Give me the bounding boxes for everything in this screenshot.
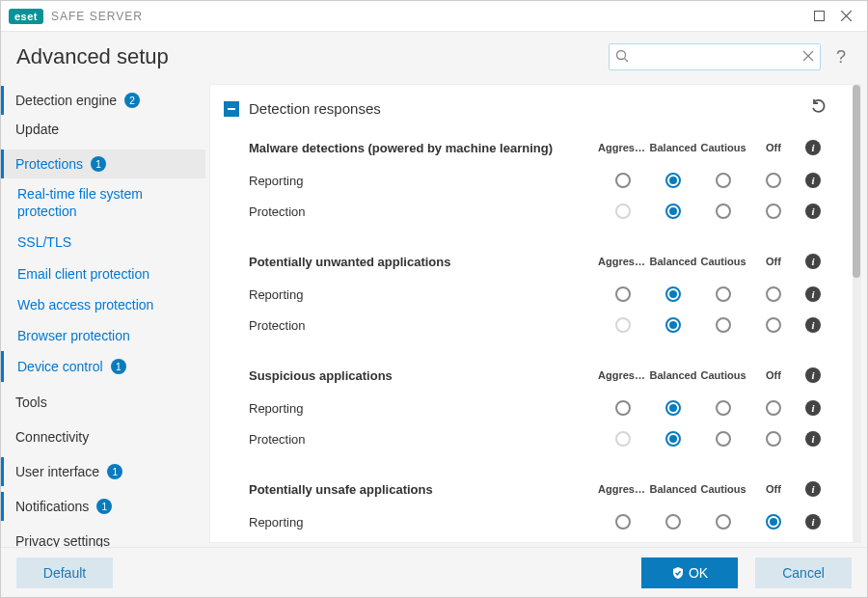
- group-title: Suspicious applications: [249, 368, 598, 383]
- row-label: Protection: [249, 204, 598, 219]
- footer: Default OK Cancel: [1, 547, 867, 597]
- sidebar-item-label: User interface: [15, 464, 99, 479]
- column-label: Balanced: [648, 369, 698, 381]
- window-close-button[interactable]: [832, 3, 859, 30]
- radio-option[interactable]: [698, 173, 748, 188]
- sidebar-item-label: Device control: [17, 358, 103, 375]
- radio-option[interactable]: [648, 317, 698, 333]
- radio-option[interactable]: [648, 431, 698, 447]
- column-label: Off: [748, 369, 799, 381]
- svg-line-2: [625, 58, 629, 62]
- radio-option[interactable]: [698, 317, 748, 333]
- column-label: Off: [748, 483, 799, 495]
- content-scroll[interactable]: Detection responses Malware detections (…: [210, 85, 853, 542]
- radio-option[interactable]: [698, 204, 748, 219]
- radio-option[interactable]: [648, 204, 698, 219]
- radio-option[interactable]: [748, 317, 799, 333]
- shield-icon: [671, 566, 685, 580]
- scrollbar-thumb[interactable]: [853, 85, 860, 278]
- info-icon[interactable]: i: [799, 317, 827, 333]
- sidebar-item-label: Real-time file system protection: [17, 185, 192, 220]
- sidebar-item-real-time-file-system-protection[interactable]: Real-time file system protection: [1, 178, 205, 227]
- collapse-toggle[interactable]: [224, 101, 239, 117]
- sidebar-item-connectivity[interactable]: Connectivity: [1, 422, 205, 451]
- row-label: Reporting: [249, 515, 598, 530]
- setting-row: Reportingi: [249, 506, 827, 537]
- info-icon[interactable]: i: [799, 173, 827, 188]
- default-button[interactable]: Default: [16, 557, 113, 588]
- search-input[interactable]: [629, 49, 802, 66]
- radio-option[interactable]: [748, 286, 799, 302]
- info-icon[interactable]: i: [799, 514, 827, 530]
- radio-option: [598, 317, 648, 333]
- sidebar-item-label: Email client protection: [17, 265, 149, 283]
- sidebar-item-browser-protection[interactable]: Browser protection: [1, 320, 205, 351]
- radio-option[interactable]: [648, 400, 698, 416]
- radio-option[interactable]: [698, 286, 748, 302]
- info-icon[interactable]: i: [799, 367, 827, 383]
- radio-option[interactable]: [648, 286, 698, 302]
- window-maximize-button[interactable]: [805, 3, 832, 30]
- info-icon[interactable]: i: [799, 140, 827, 155]
- radio-option[interactable]: [648, 514, 698, 530]
- info-icon[interactable]: i: [799, 204, 827, 219]
- info-icon[interactable]: i: [799, 286, 827, 302]
- radio-option[interactable]: [748, 400, 799, 416]
- column-label: Aggress...: [598, 483, 648, 495]
- setting-row: Reportingi: [249, 165, 827, 196]
- titlebar: eset SAFE SERVER: [1, 1, 867, 32]
- setting-row: Reportingi: [249, 393, 827, 423]
- row-label: Reporting: [249, 401, 598, 416]
- search-field-wrapper: [609, 43, 821, 70]
- radio-option[interactable]: [648, 173, 698, 188]
- sidebar-item-device-control[interactable]: Device control1: [1, 351, 205, 382]
- scrollbar[interactable]: [853, 85, 860, 542]
- column-label: Aggress...: [598, 369, 648, 381]
- radio-option[interactable]: [598, 173, 648, 188]
- sidebar-badge: 1: [111, 359, 126, 374]
- search-clear-icon[interactable]: [802, 50, 814, 65]
- cancel-button[interactable]: Cancel: [755, 557, 852, 588]
- sidebar-badge: 1: [91, 156, 106, 172]
- sidebar-item-update[interactable]: Update: [1, 115, 205, 144]
- section-title: Detection responses: [249, 100, 810, 117]
- sidebar-item-email-client-protection[interactable]: Email client protection: [1, 258, 205, 289]
- info-icon[interactable]: i: [799, 481, 827, 497]
- column-label: Off: [748, 256, 799, 267]
- svg-point-1: [617, 50, 626, 59]
- radio-option[interactable]: [598, 400, 648, 416]
- undo-icon[interactable]: [810, 98, 827, 119]
- column-label: Cautious: [698, 256, 748, 267]
- row-label: Reporting: [249, 174, 598, 188]
- sidebar-item-tools[interactable]: Tools: [1, 388, 205, 417]
- help-button[interactable]: ?: [830, 47, 852, 68]
- radio-option[interactable]: [748, 204, 799, 219]
- info-icon[interactable]: i: [799, 400, 827, 416]
- radio-option[interactable]: [698, 431, 748, 447]
- radio-option[interactable]: [698, 514, 748, 530]
- group-title: Potentially unwanted applications: [249, 255, 598, 269]
- sidebar-item-label: Detection engine: [15, 93, 117, 108]
- settings-group: Potentially unsafe applicationsAggress..…: [224, 472, 827, 542]
- sidebar-item-notifications[interactable]: Notifications1: [1, 492, 205, 521]
- radio-option[interactable]: [698, 400, 748, 416]
- radio-option[interactable]: [748, 514, 799, 530]
- sidebar-item-label: Privacy settings: [15, 533, 110, 547]
- sidebar-item-detection-engine[interactable]: Detection engine2: [1, 86, 205, 115]
- radio-option[interactable]: [598, 286, 648, 302]
- radio-option[interactable]: [598, 514, 648, 530]
- ok-button[interactable]: OK: [641, 557, 738, 588]
- search-icon: [615, 49, 629, 66]
- sidebar-item-web-access-protection[interactable]: Web access protection: [1, 289, 205, 320]
- sidebar-item-protections[interactable]: Protections1: [1, 150, 205, 178]
- sidebar-item-ssl-tls[interactable]: SSL/TLS: [1, 227, 205, 258]
- sidebar-item-privacy-settings[interactable]: Privacy settings: [1, 527, 205, 547]
- column-label: Off: [748, 142, 799, 153]
- info-icon[interactable]: i: [799, 254, 827, 269]
- radio-option[interactable]: [748, 173, 799, 188]
- sidebar-item-user-interface[interactable]: User interface1: [1, 457, 205, 486]
- info-icon[interactable]: i: [799, 431, 827, 447]
- product-name: SAFE SERVER: [51, 10, 143, 23]
- radio-option: [598, 204, 648, 219]
- radio-option[interactable]: [748, 431, 799, 447]
